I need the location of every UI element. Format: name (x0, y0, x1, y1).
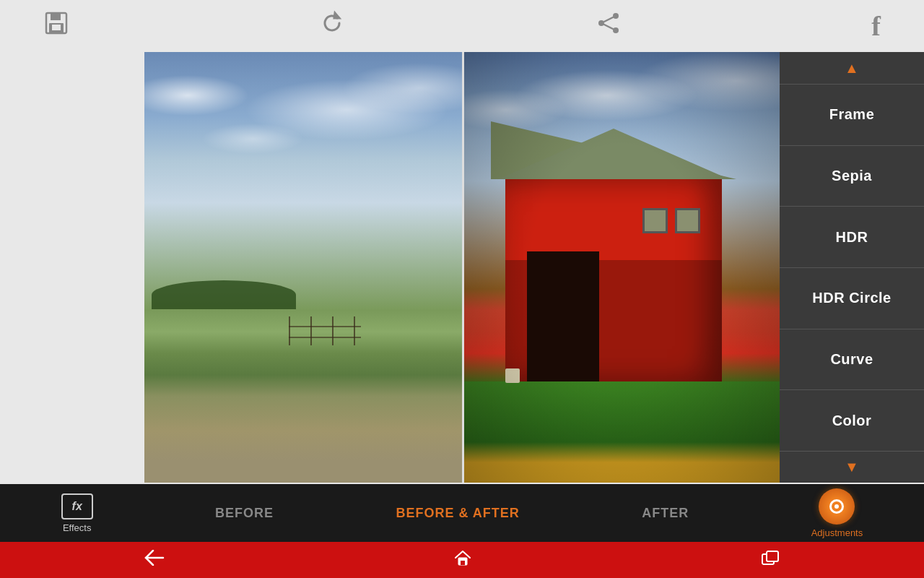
svg-rect-13 (767, 551, 778, 561)
home-nav-icon[interactable] (453, 548, 472, 571)
after-image (462, 52, 780, 483)
svg-point-6 (598, 20, 604, 26)
panel-item-color[interactable]: Color (780, 389, 924, 451)
panel-item-hdr-circle[interactable]: HDR Circle (780, 267, 924, 329)
panel-item-sepia[interactable]: Sepia (780, 145, 924, 207)
bottom-toolbar: fx Effects BEFORE BEFORE & AFTER AFTER A… (0, 484, 924, 542)
effects-button[interactable]: fx Effects (61, 493, 93, 533)
svg-line-8 (604, 17, 613, 22)
svg-point-7 (613, 27, 619, 33)
save-icon[interactable] (43, 10, 69, 42)
svg-rect-3 (52, 25, 61, 30)
panel-item-frame[interactable]: Frame (780, 84, 924, 145)
panel-scroll-down[interactable] (780, 451, 924, 483)
before-after-button[interactable]: BEFORE & AFTER (396, 506, 520, 521)
fence-rail (289, 337, 361, 338)
barrel (505, 368, 520, 383)
barn-door (527, 251, 599, 381)
main-content: Frame Sepia HDR HDR Circle Curve Color (0, 52, 924, 483)
adjustments-icon (829, 499, 844, 514)
recents-nav-icon[interactable] (761, 550, 780, 570)
after-button[interactable]: AFTER (642, 506, 689, 521)
adjustments-circle (819, 488, 855, 525)
panel-scroll-up[interactable] (780, 52, 924, 84)
svg-rect-11 (461, 561, 465, 565)
panel-item-curve[interactable]: Curve (780, 329, 924, 390)
right-panel: Frame Sepia HDR HDR Circle Curve Color (780, 52, 924, 483)
fence-post (289, 316, 290, 345)
before-image (144, 52, 462, 483)
trees-decoration (152, 280, 296, 309)
adjustments-label: Adjustments (811, 527, 863, 538)
panel-item-hdr[interactable]: HDR (780, 206, 924, 267)
fx-icon: fx (61, 493, 93, 519)
svg-marker-4 (334, 13, 339, 18)
left-sidebar (0, 52, 144, 483)
effects-label: Effects (63, 522, 92, 533)
system-nav (0, 542, 924, 578)
fence-post (354, 316, 355, 345)
back-nav-icon[interactable] (144, 550, 165, 570)
svg-point-5 (613, 13, 619, 19)
refresh-icon[interactable] (319, 10, 345, 42)
share-icon[interactable] (596, 10, 622, 42)
fence-post (332, 316, 334, 345)
svg-line-9 (604, 25, 613, 29)
top-toolbar: f (0, 0, 924, 52)
before-button[interactable]: BEFORE (215, 506, 274, 521)
fence-rail (289, 326, 361, 327)
svg-rect-1 (51, 13, 61, 20)
image-divider (462, 52, 464, 483)
facebook-icon[interactable]: f (871, 10, 881, 42)
fence-post (310, 316, 312, 345)
image-area (144, 52, 780, 483)
adjustments-button[interactable]: Adjustments (811, 488, 863, 538)
